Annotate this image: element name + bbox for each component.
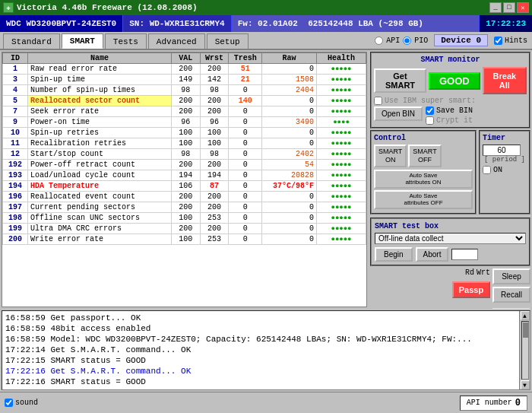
tab-smart[interactable]: SMART [62, 33, 103, 49]
cell-tresh: 0 [229, 170, 262, 181]
app-icon: ✚ [3, 2, 14, 13]
maximize-button[interactable]: □ [503, 2, 515, 13]
cell-raw: 2402 [262, 149, 317, 160]
smart-off-button[interactable]: SMART OFF [408, 145, 441, 167]
tab-standard[interactable]: Standard [3, 33, 60, 49]
firmware: Fw: 02.01A02 625142448 LBA (~298 GB) [232, 15, 480, 32]
crypt-it-label: Crypt it [436, 116, 473, 125]
cell-tresh: 0 [229, 106, 262, 117]
begin-button[interactable]: Begin [375, 247, 413, 262]
cell-wrst: 96 [200, 117, 229, 128]
cell-id: 10 [3, 128, 28, 138]
timer-on-checkbox[interactable] [483, 166, 491, 174]
passp-button[interactable]: Passp [452, 281, 490, 298]
cell-raw: 0 [262, 138, 317, 149]
cell-name: Reallocated event count [28, 192, 172, 202]
power-button[interactable]: Power [492, 308, 530, 309]
th-id: ID [3, 53, 28, 64]
tab-setup[interactable]: Setup [207, 33, 249, 49]
cell-wrst: 98 [200, 149, 229, 160]
rd-label: Rd [465, 268, 474, 277]
api-number-box: API number 0 [460, 396, 527, 411]
cell-health: ●●●●● [317, 213, 366, 224]
cell-wrst: 100 [200, 138, 229, 149]
cell-raw: 37°C/98°F [262, 181, 317, 192]
sound-checkbox[interactable] [5, 399, 13, 407]
recall-button[interactable]: Recall [492, 287, 530, 303]
table-row: 200Write error rate10025300●●●●● [3, 234, 366, 245]
table-row: 199Ultra DMA CRC errors20020000●●●●● [3, 224, 366, 234]
open-bin-button[interactable]: Open BIN [374, 106, 423, 121]
minimize-button[interactable]: _ [489, 2, 502, 13]
scroll-thumb[interactable] [523, 322, 529, 338]
cell-val: 98 [171, 85, 200, 96]
scroll-down-button[interactable]: ▼ [521, 380, 530, 389]
hints-label: Hints [505, 37, 527, 45]
cell-val: 200 [171, 106, 200, 117]
cell-name: Spin-up time [28, 75, 172, 85]
cell-wrst: 194 [200, 170, 229, 181]
pio-radio[interactable] [403, 37, 411, 45]
cell-tresh: 0 [229, 160, 262, 170]
log-area: 16:58:59 Get passport... OK16:58:59 48bi… [2, 310, 530, 390]
api-radio[interactable] [375, 37, 383, 45]
tab-advanced[interactable]: Advanced [148, 33, 205, 49]
ibm-smart-checkbox[interactable] [374, 97, 382, 105]
cell-id: 194 [3, 181, 28, 192]
cell-raw: 1508 [262, 75, 317, 85]
cell-tresh: 51 [229, 64, 262, 75]
log-line: 17:22:15 SMART status = GOOD [5, 355, 516, 366]
auto-save-off-button[interactable]: Auto Save attributes OFF [374, 190, 473, 209]
table-scroll[interactable]: ID Name VAL Wrst Tresh Raw Health 1Raw r… [2, 52, 366, 307]
cell-tresh: 0 [229, 128, 262, 138]
table-row: 11Recalibration retries10010000●●●●● [3, 138, 366, 149]
cell-id: 200 [3, 234, 28, 245]
tab-tests[interactable]: Tests [105, 33, 147, 49]
crypt-it-checkbox[interactable] [426, 116, 434, 125]
cell-val: 149 [171, 75, 200, 85]
break-all-button[interactable]: Break All [483, 67, 527, 94]
get-smart-button[interactable]: Get SMART [374, 68, 426, 93]
abort-button[interactable]: Abort [416, 247, 449, 262]
clock: 17:22:23 [480, 15, 532, 32]
cell-health: ●●●●● [317, 138, 366, 149]
ibm-label: Use IBM super smart: [385, 97, 476, 105]
scroll-up-button[interactable]: ▲ [521, 311, 530, 320]
log-scrollbar[interactable]: ▲ ▼ [519, 311, 530, 389]
tab-bar: Standard SMART Tests Advanced Setup [0, 32, 370, 49]
auto-save-on-button[interactable]: Auto Save attributes ON [374, 170, 473, 189]
cell-name: Ultra DMA CRC errors [28, 224, 172, 234]
log-line: 17:22:16 SMART status = GOOD [5, 376, 516, 387]
hints-checkbox[interactable] [494, 37, 502, 45]
cell-health: ●●●●● [317, 192, 366, 202]
smart-on-button[interactable]: SMART ON [374, 145, 407, 167]
cell-name: Write error rate [28, 234, 172, 245]
cell-health: ●●●●● [317, 106, 366, 117]
right-panel: SMART monitor Get SMART GOOD Break All U… [369, 50, 532, 309]
test-type-select[interactable]: Off-line data collect Short self-test Ex… [375, 233, 526, 244]
cell-raw: 3490 [262, 117, 317, 128]
cell-name: Power-off retract count [28, 160, 172, 170]
sleep-button[interactable]: Sleep [492, 268, 530, 284]
hdd-model: WDC WD3200BPVT-24ZEST0 [0, 15, 123, 32]
close-button[interactable]: ✕ [517, 2, 529, 13]
cell-raw: 0 [262, 64, 317, 75]
smart-table-panel: ID Name VAL Wrst Tresh Raw Health 1Raw r… [2, 52, 367, 307]
cell-name: Start/stop count [28, 149, 172, 160]
cell-id: 9 [3, 117, 28, 128]
api-label: API [386, 37, 400, 45]
scroll-track[interactable] [521, 321, 529, 380]
save-bin-checkbox[interactable] [426, 106, 434, 115]
cell-val: 106 [171, 181, 200, 192]
cell-id: 11 [3, 138, 28, 149]
log-line: 16:58:59 48bit access enabled [5, 323, 516, 334]
test-progress-input[interactable] [451, 249, 478, 260]
log-content[interactable]: 16:58:59 Get passport... OK16:58:59 48bi… [2, 311, 519, 389]
cell-raw: 0 [262, 234, 317, 245]
cell-wrst: 200 [200, 106, 229, 117]
cell-wrst: 87 [200, 181, 229, 192]
log-line: 16:58:59 Get passport... OK [5, 313, 516, 323]
smart-status-button[interactable]: GOOD [429, 72, 480, 90]
cell-val: 100 [171, 128, 200, 138]
timer-input[interactable] [483, 145, 521, 156]
